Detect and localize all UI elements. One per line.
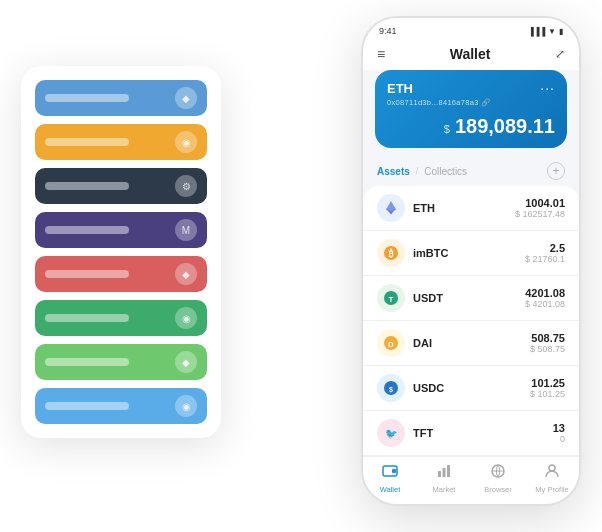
card-line <box>45 358 129 366</box>
nav-wallet-label: Wallet <box>380 485 401 494</box>
phone-mockup: 9:41 ▐▐▐ ▼ ▮ ≡ Wallet ⤢ ETH ··· 0x08711d… <box>361 16 581 506</box>
eth-card-header: ETH ··· <box>387 80 555 96</box>
asset-row-dai[interactable]: D DAI 508.75 $ 508.75 <box>363 321 579 366</box>
usdt-amount-primary: 4201.08 <box>525 287 565 299</box>
asset-icon-dai: D <box>377 329 405 357</box>
asset-row-usdt[interactable]: T USDT 4201.08 $ 4201.08 <box>363 276 579 321</box>
svg-rect-17 <box>438 471 441 477</box>
card-line <box>45 270 129 278</box>
dai-amount-primary: 508.75 <box>530 332 565 344</box>
card-line <box>45 182 129 190</box>
card-icon: ◆ <box>175 263 197 285</box>
browser-nav-icon <box>490 463 506 483</box>
card-item-3[interactable]: ⚙ <box>35 168 207 204</box>
add-asset-button[interactable]: + <box>547 162 565 180</box>
tft-amount-usd: 0 <box>553 434 565 444</box>
svg-rect-19 <box>447 465 450 477</box>
eth-symbol: ETH <box>387 81 413 96</box>
eth-amount-primary: 1004.01 <box>515 197 565 209</box>
card-item-6[interactable]: ◉ <box>35 300 207 336</box>
asset-name-usdt: USDT <box>413 292 525 304</box>
usdc-amount-usd: $ 101.25 <box>530 389 565 399</box>
card-line <box>45 94 129 102</box>
eth-card[interactable]: ETH ··· 0x08711d3b...8416a78a3 🔗 $ 189,0… <box>375 70 567 148</box>
nav-profile-label: My Profile <box>535 485 568 494</box>
card-item-7[interactable]: ◆ <box>35 344 207 380</box>
assets-tabs: Assets / Collectics <box>377 166 467 177</box>
asset-name-dai: DAI <box>413 337 530 349</box>
scene: ◆ ◉ ⚙ M ◆ ◉ ◆ ◉ <box>21 16 581 516</box>
svg-point-21 <box>549 465 555 471</box>
card-item-8[interactable]: ◉ <box>35 388 207 424</box>
svg-text:T: T <box>389 295 394 304</box>
assets-header: Assets / Collectics + <box>363 158 579 186</box>
card-line <box>45 402 129 410</box>
battery-icon: ▮ <box>559 27 563 36</box>
nav-market[interactable]: Market <box>417 463 471 494</box>
tab-assets[interactable]: Assets <box>377 166 410 177</box>
asset-name-imbtc: imBTC <box>413 247 525 259</box>
nav-profile[interactable]: My Profile <box>525 463 579 494</box>
nav-browser[interactable]: Browser <box>471 463 525 494</box>
market-nav-icon <box>436 463 452 483</box>
profile-nav-icon <box>544 463 560 483</box>
card-item-2[interactable]: ◉ <box>35 124 207 160</box>
signal-icon: ▐▐▐ <box>528 27 545 36</box>
imbtc-amount-usd: $ 21760.1 <box>525 254 565 264</box>
phone-header: ≡ Wallet ⤢ <box>363 40 579 70</box>
eth-address: 0x08711d3b...8416a78a3 🔗 <box>387 98 555 107</box>
status-icons: ▐▐▐ ▼ ▮ <box>528 27 563 36</box>
asset-icon-imbtc: ₿ <box>377 239 405 267</box>
asset-amounts-eth: 1004.01 $ 162517.48 <box>515 197 565 219</box>
eth-amount-usd: $ 162517.48 <box>515 209 565 219</box>
card-icon: M <box>175 219 197 241</box>
asset-amounts-dai: 508.75 $ 508.75 <box>530 332 565 354</box>
card-icon: ◉ <box>175 131 197 153</box>
asset-row-tft[interactable]: 🐦 TFT 13 0 <box>363 411 579 456</box>
card-line <box>45 314 129 322</box>
expand-icon[interactable]: ⤢ <box>555 47 565 61</box>
currency-symbol: $ <box>444 123 450 135</box>
imbtc-amount-primary: 2.5 <box>525 242 565 254</box>
asset-amounts-usdt: 4201.08 $ 4201.08 <box>525 287 565 309</box>
tab-collectics[interactable]: Collectics <box>424 166 467 177</box>
card-icon: ◆ <box>175 87 197 109</box>
eth-card-menu[interactable]: ··· <box>540 80 555 96</box>
card-item-1[interactable]: ◆ <box>35 80 207 116</box>
svg-text:🐦: 🐦 <box>385 427 398 440</box>
asset-amounts-tft: 13 0 <box>553 422 565 444</box>
dai-amount-usd: $ 508.75 <box>530 344 565 354</box>
asset-icon-usdc: $ <box>377 374 405 402</box>
asset-row-usdc[interactable]: $ USDC 101.25 $ 101.25 <box>363 366 579 411</box>
asset-name-usdc: USDC <box>413 382 530 394</box>
wallet-nav-icon <box>382 463 398 483</box>
usdt-amount-usd: $ 4201.08 <box>525 299 565 309</box>
tft-amount-primary: 13 <box>553 422 565 434</box>
svg-text:D: D <box>388 340 394 349</box>
card-line <box>45 138 129 146</box>
svg-rect-16 <box>392 469 396 473</box>
card-item-5[interactable]: ◆ <box>35 256 207 292</box>
asset-amounts-usdc: 101.25 $ 101.25 <box>530 377 565 399</box>
asset-icon-eth <box>377 194 405 222</box>
asset-name-eth: ETH <box>413 202 515 214</box>
asset-row-imbtc[interactable]: ₿ imBTC 2.5 $ 21760.1 <box>363 231 579 276</box>
menu-icon[interactable]: ≡ <box>377 46 385 62</box>
asset-name-tft: TFT <box>413 427 553 439</box>
asset-icon-usdt: T <box>377 284 405 312</box>
card-line <box>45 226 129 234</box>
svg-text:$: $ <box>389 386 393 394</box>
nav-browser-label: Browser <box>484 485 512 494</box>
card-icon: ◆ <box>175 351 197 373</box>
phone-nav: Wallet Market <box>363 456 579 504</box>
wifi-icon: ▼ <box>548 27 556 36</box>
status-bar: 9:41 ▐▐▐ ▼ ▮ <box>363 18 579 40</box>
assets-list: ETH 1004.01 $ 162517.48 ₿ imBTC 2.5 <box>363 186 579 456</box>
asset-icon-tft: 🐦 <box>377 419 405 447</box>
card-item-4[interactable]: M <box>35 212 207 248</box>
card-icon: ◉ <box>175 307 197 329</box>
svg-rect-18 <box>443 468 446 477</box>
nav-market-label: Market <box>433 485 456 494</box>
asset-row-eth[interactable]: ETH 1004.01 $ 162517.48 <box>363 186 579 231</box>
nav-wallet[interactable]: Wallet <box>363 463 417 494</box>
